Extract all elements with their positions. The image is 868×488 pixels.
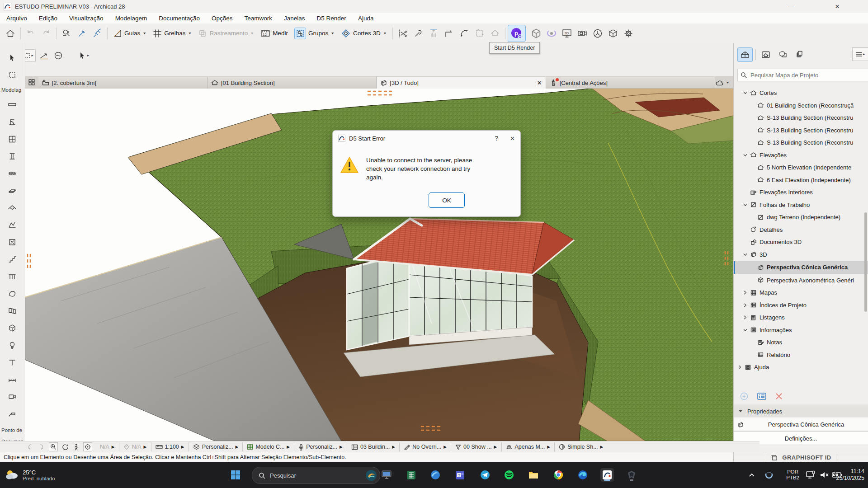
find-select-icon[interactable] [59,26,74,41]
menu-modelagem[interactable]: Modelagem [115,15,147,22]
taskbar-app-excel[interactable] [404,468,418,482]
tree-item-s13-section-1[interactable]: S-13 Building Section (Reconstru [734,112,868,124]
segment-model-view[interactable]: Modelo C...▶ [243,442,294,451]
chevron-down-icon[interactable] [742,202,748,208]
segment-visibility[interactable]: Apenas M...▶ [502,442,555,451]
chevron-right-icon[interactable] [742,314,748,320]
tab-central-acoes[interactable]: [Central de Ações] [546,77,715,89]
tree-item-folhas-trabalho[interactable]: Folhas de Trabalho [734,199,868,211]
menu-janelas[interactable]: Janelas [284,15,305,22]
camera-tool-icon[interactable] [5,390,19,404]
tab-cobertura[interactable]: [2. cobertura 3m] [38,77,208,89]
tree-item-relatorio[interactable]: Relatório [734,349,868,361]
menu-visualizacao[interactable]: Visualização [69,15,104,22]
taskbar-app-archicad[interactable] [600,468,614,482]
tab-close-icon[interactable]: ✕ [537,80,542,86]
menu-documentacao[interactable]: Documentação [159,15,200,22]
graphisoft-id-text[interactable]: GRAPHISOFT ID [782,454,831,461]
view-map-icon[interactable] [759,48,773,61]
select-tool-icon[interactable] [5,51,19,65]
tab-3d-tudo[interactable]: [3D / Tudo] ✕ [377,77,546,89]
segment-layers[interactable]: Personaliz...▶ [189,442,243,451]
chevron-right-icon[interactable] [742,290,748,296]
weather-widget[interactable]: 25°C Pred. nublado [5,468,55,482]
chevron-down-icon[interactable] [742,252,748,258]
3d-window-icon[interactable]: 3D [559,26,575,41]
taskbar-app-explorer[interactable] [527,468,540,482]
tree-item-documentos-3d[interactable]: Documentos 3D [734,236,868,249]
tree-item-indices[interactable]: Índices de Projeto [734,299,868,312]
back-icon[interactable] [26,443,34,451]
label-tool-icon[interactable] [5,407,19,421]
door-tool-icon[interactable] [5,115,19,129]
tree-item-detalhes[interactable]: Detalhes [734,224,868,236]
cortes-3d-dropdown[interactable]: Cortes 3D▼ [338,26,390,41]
publish-icon[interactable] [605,26,621,41]
corner-icon[interactable] [441,26,457,41]
close-button[interactable]: ✕ [828,0,846,13]
chevron-down-icon[interactable] [742,152,748,158]
chevron-down-icon[interactable] [742,90,748,96]
tray-expand[interactable] [749,462,755,488]
guias-dropdown[interactable]: Guias▼ [110,26,150,41]
railing-tool-icon[interactable] [5,270,19,283]
dialog-title-bar[interactable]: D5 Start Error ? ✕ [333,131,520,146]
curtain-wall-tool-icon[interactable] [5,304,19,318]
start-button[interactable] [229,468,242,482]
ok-button[interactable]: OK [429,192,465,208]
view-settings-icon[interactable] [757,393,766,400]
layout-book-icon[interactable] [776,48,790,61]
marquee-tool-icon[interactable] [5,68,19,82]
search-input[interactable] [750,71,851,79]
segment-scale[interactable]: 1:100▶ [151,442,189,451]
settings-gear-icon[interactable] [621,26,636,41]
tree-item-elevacoes-interiores[interactable]: Elevações Interiores [734,186,868,199]
tree-scrollbar[interactable] [864,212,867,312]
adjust-icon[interactable] [410,26,426,41]
resize-icon[interactable] [472,26,487,41]
chevron-down-icon[interactable] [742,327,748,333]
taskbar-app-teams[interactable]: T [453,468,467,482]
segment-na-2[interactable]: N/A▶ [119,442,151,451]
tab-overview-icon[interactable] [25,76,38,89]
lamp-tool-icon[interactable] [5,338,19,352]
volume-muted-icon[interactable] [819,462,829,488]
onedrive-icon[interactable] [764,462,774,488]
publisher-sets-icon[interactable] [793,48,807,61]
look-around-button[interactable] [83,442,92,451]
orbit-button-icon[interactable] [61,443,69,451]
add-view-icon[interactable] [740,392,748,400]
dialog-close-button[interactable]: ✕ [510,135,515,142]
menu-ajuda[interactable]: Ajuda [358,15,374,22]
zone-tool-icon[interactable] [5,235,19,249]
tree-item-mapas[interactable]: Mapas [734,286,868,299]
elevate-icon[interactable] [426,26,441,41]
inject-parameters-icon[interactable] [90,26,105,41]
object-tool-icon[interactable] [5,321,19,335]
fillet-icon[interactable] [457,26,472,41]
tree-item-ajuda[interactable]: Ajuda [734,361,868,374]
language-indicator[interactable]: PORPTB2 [786,462,799,488]
column-tool-icon[interactable] [5,150,19,163]
morph-tool-icon[interactable] [5,287,19,300]
dimension-tool-icon[interactable] [5,373,19,386]
cast-icon[interactable] [806,462,816,488]
chevron-right-icon[interactable] [742,302,748,308]
roof-wizard-icon[interactable] [487,26,503,41]
menu-edicao[interactable]: Edição [39,15,57,22]
split-icon[interactable] [395,26,410,41]
taskbar-app-game[interactable] [625,468,638,482]
navigator-menu-button[interactable]: ▸ [852,47,868,61]
delete-icon[interactable] [775,393,783,400]
segment-pen-set[interactable]: 03 Buildin...▶ [347,442,400,451]
dialog-help-button[interactable]: ? [495,135,498,142]
properties-header[interactable]: Propriedades [734,405,868,417]
walkthrough-icon[interactable] [590,26,605,41]
tree-item-notas[interactable]: Notas [734,336,868,349]
forward-icon[interactable] [38,443,45,451]
taskbar-app-edge-dev[interactable] [576,468,590,482]
grelhas-dropdown[interactable]: Grelhas▼ [150,26,195,41]
rotate-tool-button[interactable] [52,50,65,61]
minimize-button[interactable]: — [782,0,800,13]
tree-item-s13-section-3[interactable]: S-13 Building Section (Reconstru [734,136,868,149]
